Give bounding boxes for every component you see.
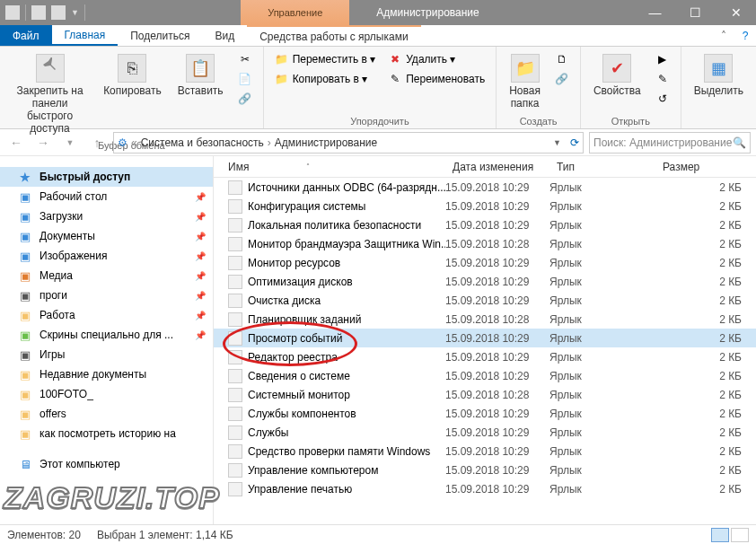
sidebar-item-label: Загрузки [40,210,83,223]
easy-access-button[interactable]: 🔗 [551,70,573,88]
sidebar-item[interactable]: ▣Загрузки📌 [0,206,213,226]
paste-button[interactable]: 📋 Вставить [172,50,229,101]
file-row[interactable]: Управление печатью15.09.2018 10:29Ярлык2… [214,479,756,498]
main: ★ Быстрый доступ ▣Рабочий стол📌▣Загрузки… [0,156,756,524]
open-button[interactable]: ▶ [652,50,673,68]
breadcrumb-root[interactable]: Система и безопасность [141,136,264,149]
sidebar-item[interactable]: ▣Медиа📌 [0,266,213,285]
breadcrumb-current[interactable]: Администрирование [275,136,377,149]
sidebar-this-pc[interactable]: 🖥 Этот компьютер [0,454,213,474]
file-row[interactable]: Службы компонентов15.09.2018 10:29Ярлык2… [214,404,756,423]
rename-button[interactable]: ✎Переименовать [384,70,488,88]
sidebar-item[interactable]: ▣Рабочий стол📌 [0,187,213,206]
tab-view[interactable]: Вид [202,25,247,46]
paste-shortcut-button[interactable]: 🔗 [234,90,256,108]
file-date: 15.09.2018 10:29 [445,219,549,232]
shortcut-icon [228,350,242,364]
view-details-button[interactable] [711,528,729,542]
sidebar-item[interactable]: ▣Недавние документы [0,364,213,384]
file-row[interactable]: Планировщик заданий15.09.2018 10:28Ярлык… [214,310,756,329]
addr-drop-icon[interactable]: ▼ [553,138,561,147]
column-size[interactable]: Размер [655,161,756,173]
folder-icon: ▣ [18,288,32,303]
qat-icon-3[interactable] [51,5,66,20]
file-row[interactable]: Средство проверки памяти Windows15.09.20… [214,442,756,461]
file-type: Ярлык [549,294,655,307]
view-large-icons-button[interactable] [731,528,749,542]
collapse-ribbon-icon[interactable]: ˄ [713,25,734,46]
sidebar-item[interactable]: ▣Работа📌 [0,305,213,325]
sidebar-item[interactable]: ▣100FOTO_ [0,384,213,404]
qat-icon-2[interactable] [31,5,46,20]
file-name: Системный монитор [248,389,350,401]
sidebar-item[interactable]: ▣как посмотреть историю на [0,424,213,443]
file-row[interactable]: Просмотр событий15.09.2018 10:29Ярлык2 К… [214,329,756,347]
properties-button[interactable]: ✔ Свойства [588,50,646,101]
shortcut-icon [228,444,242,459]
help-icon[interactable]: ? [734,25,756,46]
pin-to-quick-access-button[interactable]: Закрепить на панели быстрого доступа [7,50,92,138]
file-row[interactable]: Системный монитор15.09.2018 10:28Ярлык2 … [214,385,756,404]
file-name: Монитор брандмауэра Защитника Win... [248,238,445,250]
back-button[interactable]: ← [5,132,27,154]
sidebar-item[interactable]: ▣Скрины специально для ...📌 [0,325,213,345]
pin-indicator-icon: 📌 [195,311,206,320]
forward-button[interactable]: → [32,132,54,154]
maximize-button[interactable]: ☐ [675,0,716,25]
file-row[interactable]: Источники данных ODBC (64-разрядн...15.0… [214,178,756,197]
column-type[interactable]: Тип [549,161,655,173]
file-row[interactable]: Локальная политика безопасности15.09.201… [214,215,756,234]
edit-button[interactable]: ✎ [652,70,673,88]
tab-share[interactable]: Поделиться [118,25,202,46]
copy-to-button[interactable]: 📁Копировать в ▾ [271,70,380,88]
recent-button[interactable]: ▼ [59,132,81,154]
file-row[interactable]: Монитор брандмауэра Защитника Win...15.0… [214,234,756,253]
file-row[interactable]: Оптимизация дисков15.09.2018 10:29Ярлык2… [214,272,756,291]
copy-button[interactable]: ⎘ Копировать [98,50,167,101]
content: Имя˄ Дата изменения Тип Размер Источники… [214,156,756,524]
file-row[interactable]: Редактор реестра15.09.2018 10:29Ярлык2 К… [214,347,756,366]
minimize-button[interactable]: — [635,0,675,25]
contextual-tab[interactable]: Управление [241,0,349,25]
file-row[interactable]: Конфигурация системы15.09.2018 10:29Ярлы… [214,197,756,215]
column-date[interactable]: Дата изменения [445,161,549,173]
search-box[interactable]: Поиск: Администрирование 🔍 [589,132,751,154]
shortcut-icon [228,218,242,233]
tab-home[interactable]: Главная [52,25,119,46]
close-button[interactable]: ✕ [716,0,756,25]
file-row[interactable]: Управление компьютером15.09.2018 10:29Яр… [214,461,756,479]
history-button[interactable]: ↺ [652,90,673,108]
file-name: Службы [248,426,288,439]
column-name[interactable]: Имя˄ [214,161,445,173]
file-size: 2 КБ [655,351,756,364]
sidebar-item[interactable]: ▣проги📌 [0,285,213,305]
refresh-icon[interactable]: ⟳ [570,136,579,149]
star-icon: ★ [18,170,32,184]
file-row[interactable]: Монитор ресурсов15.09.2018 10:29Ярлык2 К… [214,253,756,272]
tab-shortcut-tools[interactable]: Средства работы с ярлыками [247,25,420,46]
sidebar-quick-access[interactable]: ★ Быстрый доступ [0,167,213,187]
file-row[interactable]: Очистка диска15.09.2018 10:29Ярлык2 КБ [214,291,756,310]
cut-button[interactable]: ✂ [234,50,256,68]
up-button[interactable]: ↑ [86,132,108,154]
address-bar[interactable]: ⚙ « Система и безопасность › Администрир… [113,132,584,154]
cut-icon: ✂ [238,52,252,66]
delete-button[interactable]: ✖Удалить ▾ [384,50,488,68]
file-row[interactable]: Службы15.09.2018 10:29Ярлык2 КБ [214,423,756,442]
sidebar-item[interactable]: ▣Изображения📌 [0,246,213,266]
sidebar-item[interactable]: ▣offers [0,404,213,424]
move-to-button[interactable]: 📁Переместить в ▾ [271,50,380,68]
select-button[interactable]: ▦ Выделить [689,50,749,101]
copy-path-button[interactable]: 📄 [234,70,256,88]
file-date: 15.09.2018 10:29 [445,257,549,269]
qat-icon-1[interactable] [5,5,20,20]
paste-shortcut-icon: 🔗 [238,92,252,106]
copy-path-icon: 📄 [238,72,252,86]
new-folder-button[interactable]: 📁 Новая папка [504,50,546,113]
tab-file[interactable]: Файл [0,25,52,46]
file-row[interactable]: Сведения о системе15.09.2018 10:29Ярлык2… [214,366,756,385]
sidebar-item[interactable]: ▣Игры [0,345,213,364]
new-item-button[interactable]: 🗋 [551,50,573,68]
sidebar-item[interactable]: ▣Документы📌 [0,226,213,246]
qat-drop-icon[interactable]: ▼ [71,8,79,17]
